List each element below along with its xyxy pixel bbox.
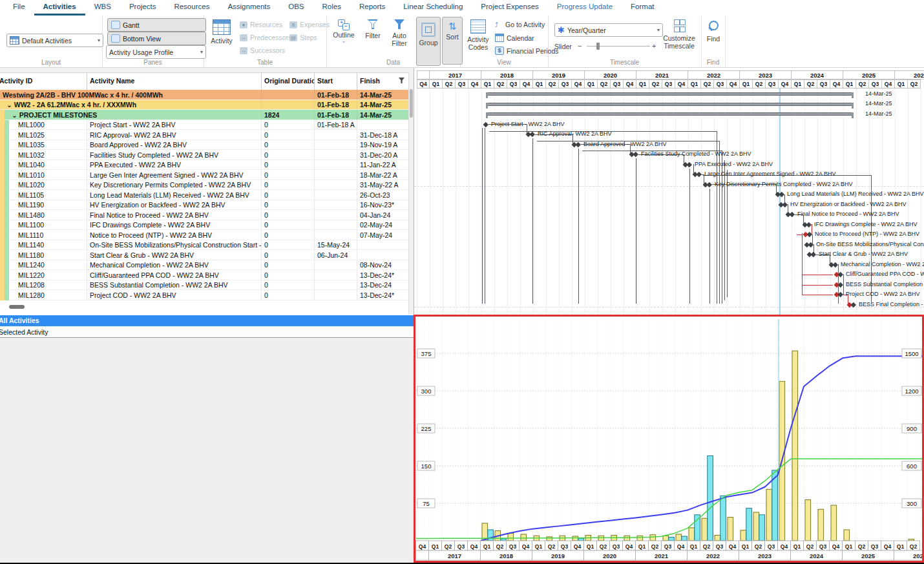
table-row[interactable]: MIL1480Final Notice to Proceed - WW2 2A …: [0, 210, 408, 220]
table-row[interactable]: MIL1025RIC Approval- WW2 2A BHV031-Dec-1…: [0, 130, 408, 140]
calendar-item[interactable]: Calendar: [495, 34, 534, 42]
filter-funnel-icon[interactable]: [399, 78, 404, 83]
ribbon-group-view: Activity Codes ⤴ Go to Activity Calendar…: [460, 16, 549, 67]
column-header-activity-name[interactable]: Activity Name: [87, 73, 262, 90]
tab-roles[interactable]: Roles: [313, 0, 350, 16]
chart-quarter-cell-label: Q3: [664, 543, 672, 550]
slider-minus[interactable]: −: [578, 42, 582, 50]
ribbon: Default Activities ▾ Layout Gantt Bottom…: [0, 16, 924, 68]
layout-dropdown[interactable]: Default Activities ▾: [6, 34, 103, 47]
table-row[interactable]: MIL1220Cliff/Guaranteed PPA COD - WW2 2A…: [0, 270, 408, 280]
table-row[interactable]: MIL1105Long Lead Materials (LLM) Receive…: [0, 190, 408, 200]
tab-linear-scheduling[interactable]: Linear Scheduling: [394, 0, 472, 16]
milestone-diamond[interactable]: [687, 162, 692, 167]
milestone-diamond[interactable]: [576, 141, 581, 147]
timescale-dropdown[interactable]: ✱ Year/Quarter ▾: [554, 23, 663, 37]
go-to-activity-item[interactable]: ⤴ Go to Activity: [495, 21, 545, 28]
timescale-quarter-cell: Q3: [869, 79, 882, 89]
gantt-toggle-button[interactable]: Gantt: [107, 18, 206, 32]
predecessors-item[interactable]: ↔ Predecessors: [240, 34, 291, 41]
tab-obs[interactable]: OBS: [279, 0, 313, 16]
slider-thumb[interactable]: [596, 43, 600, 50]
column-header-finish[interactable]: Finish: [357, 73, 408, 90]
table-row[interactable]: MIL1032Facilities Study Completed - WW2 …: [0, 150, 408, 160]
tab-wbs[interactable]: WBS: [85, 0, 120, 16]
table-row[interactable]: MIL1208BESS Substantial Completion - WW2…: [0, 280, 408, 291]
usage-bar-actual: [772, 470, 778, 541]
customize-timescale-button[interactable]: Customize Timescale: [660, 19, 698, 50]
timescale-year-cell: 2020: [585, 70, 636, 79]
tab-project-expenses[interactable]: Project Expenses: [472, 0, 548, 16]
tab-assignments[interactable]: Assignments: [218, 0, 279, 16]
table-vertical-scrollbar-thumb[interactable]: [410, 89, 413, 118]
tab-resources[interactable]: Resources: [165, 0, 218, 16]
milestone-diamond[interactable]: [530, 132, 535, 137]
milestone-diamond[interactable]: [483, 121, 488, 127]
milestone-diamond[interactable]: [851, 302, 856, 307]
summary-bar[interactable]: [486, 92, 854, 96]
successors-item[interactable]: ↔ Successors: [240, 47, 285, 54]
tab-activities[interactable]: Activities: [34, 0, 85, 16]
table-row[interactable]: MIL1190HV Energization or Backfeed - WW2…: [0, 200, 408, 211]
activity-table-button[interactable]: Activity: [207, 19, 236, 45]
milestone-diamond[interactable]: [838, 272, 843, 277]
find-button[interactable]: Find: [704, 21, 723, 43]
table-row[interactable]: MIL1240Mechanical Completion - WW2 2A BH…: [0, 260, 408, 271]
table-row[interactable]: MIL1035Board Approved - WW2 2A BHV019-No…: [0, 140, 408, 151]
slider-track[interactable]: [587, 46, 650, 47]
slider-plus[interactable]: +: [652, 42, 656, 50]
summary-bar[interactable]: [486, 112, 854, 116]
table-row[interactable]: MIL1020Key Discretionary Permits Complet…: [0, 180, 408, 191]
activity-codes-button[interactable]: Activity Codes: [464, 19, 492, 51]
tab-file[interactable]: File: [4, 0, 34, 16]
table-row[interactable]: MIL1010Large Gen Inter Agreement Signed …: [0, 170, 408, 180]
table-row[interactable]: MIL1180Start Clear & Grub - WW2 2A BHV00…: [0, 250, 408, 260]
table-row[interactable]: MIL1040PPA Executed - WW2 2A BHV011-Jan-…: [0, 160, 408, 171]
milestone-label: Board Approved - WW2 2A BHV: [583, 141, 667, 147]
table-row[interactable]: 182401-Feb-1814-Mar-25⌄ PROJECT MILESTON…: [0, 110, 408, 120]
usage-bar-planned: [663, 536, 669, 541]
cell-finish: 16-Nov-23*: [357, 200, 408, 210]
usage-bar-actual: [578, 538, 584, 541]
table-row[interactable]: MIL1000Project Start - WW2 2A BHV001-Feb…: [0, 120, 408, 131]
table-row[interactable]: MIL1140On-Site BESS Mobilizations/Physic…: [0, 240, 408, 251]
milestone-diamond[interactable]: [782, 202, 788, 207]
filter-button[interactable]: Filter: [361, 19, 384, 39]
table-row[interactable]: MIL1280Project COD - WW2 2A BHV013-Dec-2…: [0, 290, 408, 300]
tab-reports[interactable]: Reports: [350, 0, 394, 16]
summary-bar[interactable]: [486, 103, 854, 106]
column-header-start[interactable]: Start: [315, 73, 357, 90]
resources-item[interactable]: ● Resources: [240, 21, 282, 28]
milestone-diamond[interactable]: [833, 262, 838, 267]
all-activities-tab[interactable]: All Activities: [0, 315, 415, 326]
table-horizontal-scrollbar-thumb[interactable]: [9, 305, 25, 309]
summary-finish-label: 14-Mar-25: [865, 110, 892, 117]
auto-filter-button[interactable]: Auto Filter: [386, 19, 413, 47]
gantt-gridline: [714, 89, 715, 315]
table-row[interactable]: MIL1110Notice to Proceed (NTP) - WW2 2A …: [0, 230, 408, 240]
table-row[interactable]: MIL1100IFC Drawings Complete - WW2 2A BH…: [0, 220, 408, 231]
bottom-view-toggle-button[interactable]: Bottom View: [107, 32, 206, 45]
milestone-diamond[interactable]: [838, 292, 843, 297]
expenses-item[interactable]: $ Expenses: [289, 21, 330, 28]
tab-progress-update[interactable]: Progress Update: [548, 0, 622, 16]
milestone-diamond[interactable]: [811, 252, 816, 257]
milestone-diamond[interactable]: [633, 152, 638, 157]
tab-format[interactable]: Format: [622, 0, 663, 16]
outline-button[interactable]: +− Outline ⌄: [329, 19, 359, 43]
table-row[interactable]: 01-Feb-1814-Mar-25Westwing 2A/2B - BHV 1…: [0, 90, 408, 100]
milestone-diamond[interactable]: [838, 282, 843, 287]
wbs-band-name: Westwing 2A/2B - BHV 100MWac x 4 hr. / 4…: [0, 91, 163, 99]
cell-finish: 18-Mar-22 A: [357, 170, 408, 180]
selected-activity-tab[interactable]: Selected Activity: [0, 326, 414, 338]
bottom-view-profile-dropdown[interactable]: Activity Usage Profile ▾: [106, 45, 206, 59]
milestone-diamond[interactable]: [790, 212, 795, 217]
steps-item[interactable]: ▤ Steps: [289, 34, 317, 41]
timescale-year-cell: 2022: [688, 70, 740, 79]
column-header-original-duration[interactable]: Original Duration: [262, 73, 315, 90]
timescale-year-cell: 2025: [843, 70, 895, 79]
milestone-diamond[interactable]: [806, 222, 812, 227]
column-header-activity-id[interactable]: Activity ID: [0, 73, 87, 90]
table-row[interactable]: 01-Feb-1814-Mar-25⌄ WW2 - 2A 61.2MWac x …: [0, 100, 408, 110]
tab-projects[interactable]: Projects: [120, 0, 165, 16]
